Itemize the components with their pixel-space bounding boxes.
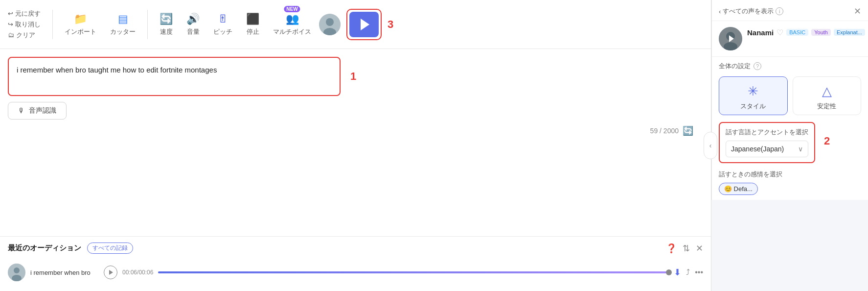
voice-name: Nanami <box>747 28 774 37</box>
back-icon: ↩ <box>8 10 13 17</box>
settings-title: 全体の設定 <box>719 62 751 71</box>
clear-label: クリア <box>16 31 35 40</box>
settings-label: 全体の設定 ? <box>712 57 868 73</box>
play-triangle-icon <box>361 19 369 30</box>
volume-button[interactable]: 🔊 音量 <box>181 10 206 39</box>
char-count-row: 59 / 2000 🔄 <box>8 125 703 136</box>
sidebar-header: ‹ すべての声を表示 i ✕ <box>712 0 868 21</box>
voice-avatar-play-overlay[interactable] <box>719 27 742 50</box>
voice-avatar-toolbar[interactable] <box>319 14 341 35</box>
badge-basic: BASIC <box>786 29 808 36</box>
back-button[interactable]: ↩ 元に戻す <box>8 9 41 18</box>
audition-avatar <box>8 264 25 281</box>
audio-progress-bar[interactable] <box>158 271 669 273</box>
stop-button[interactable]: ⬛ 停止 <box>240 10 265 39</box>
style-label: スタイル <box>740 102 766 111</box>
audition-play-button[interactable] <box>104 266 117 279</box>
recent-controls: ❓ ⇅ ✕ <box>666 243 703 254</box>
language-select[interactable]: Japanese(Japan) ∨ <box>726 141 808 157</box>
sidebar: ‹ すべての声を表示 i ✕ Nanami ♡ <box>711 0 868 200</box>
chevron-down-icon: ∨ <box>798 145 803 153</box>
audition-play-icon <box>109 270 113 275</box>
pitch-button[interactable]: 🎚 ピッチ <box>207 10 238 39</box>
clear-button[interactable]: 🗂 クリア <box>8 31 41 40</box>
show-all-voices-button[interactable]: ‹ すべての声を表示 i <box>719 7 783 16</box>
info-icon[interactable]: i <box>776 7 783 15</box>
sidebar-wrapper: ‹ ‹ すべての声を表示 i ✕ <box>711 0 868 291</box>
avatar-image <box>319 14 341 35</box>
sidebar-close-button[interactable]: ✕ <box>854 6 861 17</box>
volume-icon: 🔊 <box>186 13 200 25</box>
char-count: 59 / 2000 <box>650 127 679 135</box>
favorite-icon[interactable]: ♡ <box>777 28 783 37</box>
play-button[interactable] <box>349 12 379 37</box>
language-number-row: 話す言語とアクセントを選択 Japanese(Japan) ∨ 2 <box>712 120 868 168</box>
time-current: 00:06 <box>122 269 137 276</box>
more-options-icon[interactable]: ••• <box>695 268 703 277</box>
pitch-icon: 🎚 <box>218 13 228 25</box>
cutter-label: カッター <box>110 27 136 36</box>
emotion-section: 話すときの感情を選択 😊 Defa... <box>712 168 868 200</box>
new-badge: NEW <box>284 6 300 12</box>
stop-icon: ⬛ <box>246 13 259 25</box>
toolbar-divider-2 <box>147 10 148 39</box>
share-icon[interactable]: ⤴ <box>686 268 690 277</box>
voice-recognition-button[interactable]: 🎙 音声認識 <box>8 102 67 120</box>
language-section: 話す言語とアクセントを選択 Japanese(Japan) ∨ <box>719 122 815 163</box>
stability-icon: △ <box>822 84 832 99</box>
speed-label: 速度 <box>160 27 173 36</box>
emotion-default-button[interactable]: 😊 Defa... <box>719 183 758 195</box>
char-max: 2000 <box>663 127 679 135</box>
time-total: 00:06 <box>138 269 153 276</box>
pitch-label: ピッチ <box>213 27 232 36</box>
badge-youth: Youth <box>811 29 831 36</box>
char-current: 59 <box>650 127 658 135</box>
audio-progress-dot <box>666 269 672 275</box>
refresh-icon[interactable]: 🔄 <box>683 125 693 136</box>
number-2-badge: 2 <box>824 135 834 147</box>
play-button-container <box>346 9 382 40</box>
audition-actions: ⬇ ⤴ ••• <box>674 267 703 278</box>
collapse-sidebar-button[interactable]: ‹ <box>704 132 717 159</box>
chevron-left-icon: ‹ <box>719 8 721 15</box>
close-recent-icon[interactable]: ✕ <box>696 243 703 254</box>
recent-section: 最近のオーディション すべての記録 ❓ ⇅ ✕ i remember when … <box>0 236 711 291</box>
main-text-area[interactable]: i remember when bro taught me how to edi… <box>8 57 341 96</box>
voice-name-row: Nanami ♡ BASIC Youth Explanat... ⋮ <box>747 27 868 38</box>
language-value: Japanese(Japan) <box>731 145 784 153</box>
svg-point-1 <box>326 18 334 26</box>
style-icon: ✳ <box>748 84 758 99</box>
import-label: インポート <box>65 27 96 36</box>
clear-icon: 🗂 <box>8 31 14 39</box>
toolbar: ↩ 元に戻す ↪ 取り消し 🗂 クリア 📁 インポート ▤ カッター 🔄 速度 <box>0 0 711 49</box>
help-icon[interactable]: ❓ <box>666 243 677 254</box>
all-records-button[interactable]: すべての記録 <box>87 242 133 254</box>
volume-label: 音量 <box>187 27 200 36</box>
audition-avatar-image <box>8 264 25 281</box>
recent-title: 最近のオーディション <box>8 243 81 253</box>
settings-info-icon[interactable]: ? <box>754 62 761 70</box>
emotion-title: 話すときの感情を選択 <box>719 170 861 179</box>
multivoice-button[interactable]: NEW 👥 マルチボイス <box>267 10 317 39</box>
recent-header: 最近のオーディション すべての記録 ❓ ⇅ ✕ <box>8 242 703 254</box>
voice-recognition-label: 音声認識 <box>29 106 56 115</box>
multivoice-label: マルチボイス <box>273 27 311 36</box>
audition-time: 00:06/00:06 <box>122 269 153 276</box>
audition-name: i remember when bro <box>30 269 99 276</box>
voice-play-icon <box>729 35 734 42</box>
audition-item: i remember when bro 00:06/00:06 ⬇ ⤴ ••• <box>8 260 703 285</box>
voice-recognition-icon: 🎙 <box>18 107 25 115</box>
speed-button[interactable]: 🔄 速度 <box>154 10 179 39</box>
voice-avatar[interactable] <box>719 27 742 50</box>
redo-button[interactable]: ↪ 取り消し <box>8 20 41 29</box>
import-button[interactable]: 📁 インポート <box>59 10 102 39</box>
cutter-button[interactable]: ▤ カッター <box>104 10 141 39</box>
style-card[interactable]: ✳ スタイル <box>719 76 788 115</box>
redo-label: 取り消し <box>15 20 41 29</box>
stability-label: 安定性 <box>817 102 836 111</box>
download-icon[interactable]: ⬇ <box>674 267 681 278</box>
sort-icon[interactable]: ⇅ <box>683 243 690 254</box>
stability-card[interactable]: △ 安定性 <box>793 76 862 115</box>
cutter-icon: ▤ <box>118 13 128 25</box>
audio-progress-fill <box>158 271 669 273</box>
